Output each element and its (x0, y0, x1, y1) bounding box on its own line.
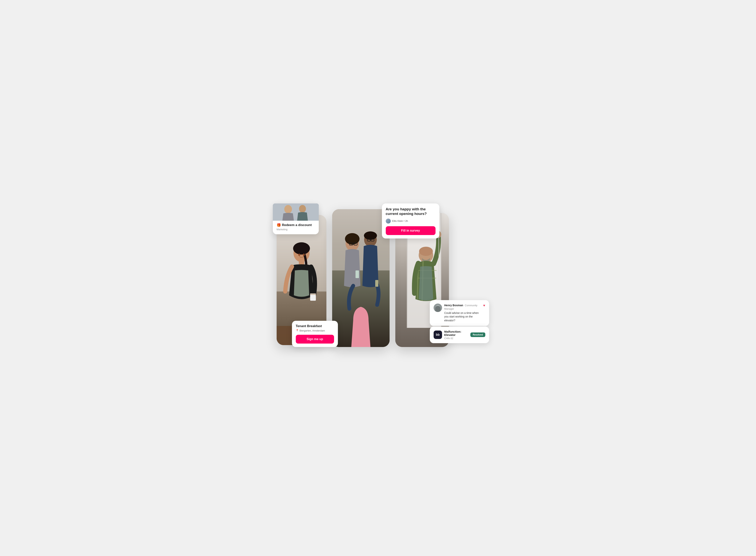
malfunction-subtitle: CHN-32 (444, 337, 468, 340)
card-breakfast: Tenant Breakfast 📍 Biergarten, Amsterdam… (292, 321, 338, 347)
scene: 🎁 Redeem a discount Marketing Are you ha… (273, 204, 483, 353)
malfunction-logo: bb (434, 331, 442, 339)
card-redeem: 🎁 Redeem a discount Marketing (273, 204, 319, 234)
phone-middle (332, 209, 389, 347)
sign-me-up-button[interactable]: Sign me up (296, 335, 334, 344)
resolved-badge: Resolved (470, 333, 485, 337)
comment-text: Could advise on a time when you start wo… (444, 311, 481, 322)
heart-icon: ♥ (483, 304, 485, 308)
survey-author: Ellis Klein • 2h (392, 219, 408, 222)
gift-icon: 🎁 (277, 223, 281, 227)
svg-rect-25 (355, 271, 359, 278)
svg-rect-38 (273, 204, 319, 221)
card-malfunction: bb Malfunction: Elevator CHN-32 Resolved (430, 326, 489, 343)
svg-point-40 (299, 205, 306, 213)
svg-point-9 (303, 253, 305, 256)
breakfast-location: 📍 Biergarten, Amsterdam (296, 329, 334, 332)
svg-point-21 (364, 232, 377, 240)
survey-meta: Ellis Klein • 2h (386, 218, 436, 223)
svg-rect-41 (434, 304, 442, 312)
fill-survey-button[interactable]: Fill in survey (386, 226, 436, 235)
survey-question: Are you happy with the current opening h… (386, 207, 436, 216)
avatar (386, 218, 391, 223)
card-comment: Henry Bosman Community Manager Could adv… (430, 300, 489, 326)
breakfast-title: Tenant Breakfast (296, 324, 334, 328)
comment-body: Henry Bosman Community Manager Could adv… (444, 304, 481, 322)
redeem-subtitle: Marketing (277, 228, 315, 231)
malfunction-body: Malfunction: Elevator CHN-32 (444, 330, 468, 340)
location-icon: 📍 (296, 329, 299, 332)
svg-point-39 (284, 205, 292, 213)
comment-avatar (434, 304, 442, 312)
svg-point-43 (435, 309, 441, 312)
redeem-title: 🎁 Redeem a discount (277, 223, 315, 227)
card-survey: Are you happy with the current opening h… (382, 204, 439, 239)
card-thumbnail (273, 204, 319, 221)
svg-rect-11 (332, 209, 389, 271)
svg-point-16 (349, 234, 355, 239)
svg-point-42 (436, 305, 440, 309)
comment-author: Henry Bosman Community Manager (444, 304, 481, 310)
svg-point-4 (293, 242, 310, 254)
svg-rect-7 (310, 293, 316, 295)
svg-point-35 (419, 247, 433, 256)
malfunction-title: Malfunction: Elevator (444, 330, 468, 337)
svg-rect-27 (375, 280, 378, 287)
svg-point-8 (298, 253, 300, 256)
